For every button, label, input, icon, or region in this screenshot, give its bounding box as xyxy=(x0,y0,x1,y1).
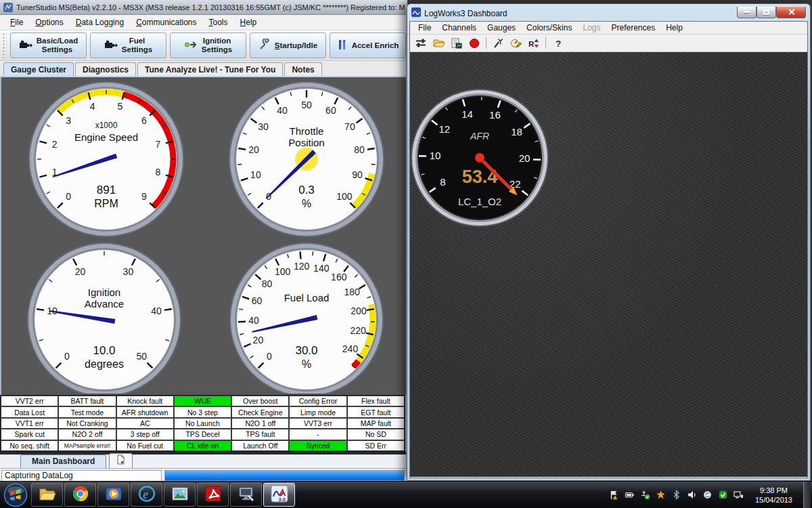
svg-text:3: 3 xyxy=(66,115,71,126)
fuel-icon xyxy=(104,39,118,51)
svg-text:Engine Speed: Engine Speed xyxy=(74,131,138,143)
system-tool-icon xyxy=(237,484,256,506)
indicator-flex-fault: Flex fault xyxy=(347,396,405,406)
close-button[interactable] xyxy=(776,7,806,18)
tunerstudio-toolbar: Basic/LoadSettingsFuelSettingsIgnitionSe… xyxy=(0,30,406,61)
tunerstudio-titlebar[interactable]: TunerStudio MS(Beta) v2.2.10 - MS3X (MS3… xyxy=(0,0,406,15)
menu-gauges[interactable]: Gauges xyxy=(482,22,521,34)
update-icon[interactable] xyxy=(656,490,667,501)
volume-icon[interactable] xyxy=(687,490,698,501)
toolbar-button-ignition-settings[interactable]: IgnitionSettings xyxy=(170,33,246,58)
svg-text:R: R xyxy=(528,39,535,47)
gauge-cluster-canvas: 0123456789x1000Engine Speed891RPM0102030… xyxy=(1,77,406,394)
svg-text:x1000: x1000 xyxy=(95,121,118,130)
svg-text:%: % xyxy=(302,198,311,209)
taskbar-adobe-reader[interactable] xyxy=(197,483,229,507)
svg-text:0: 0 xyxy=(64,351,70,362)
minimize-button[interactable] xyxy=(737,7,757,18)
svg-text:40: 40 xyxy=(248,315,259,326)
network-display-icon[interactable] xyxy=(734,490,744,501)
taskbar-explorer[interactable] xyxy=(31,483,63,507)
gauge-edit-icon[interactable] xyxy=(508,36,524,50)
tab-tune-analyze-live-tune-for-you[interactable]: Tune Analyze Live! - Tune For You xyxy=(137,62,283,76)
menu-help[interactable]: Help xyxy=(660,22,688,34)
svg-text:20: 20 xyxy=(75,266,86,277)
dashboard-file-icon[interactable] xyxy=(449,36,464,50)
sync-icon[interactable] xyxy=(702,490,713,501)
start-button[interactable] xyxy=(3,482,28,508)
menu-preferences[interactable]: Preferences xyxy=(606,22,660,34)
record-icon[interactable] xyxy=(466,36,482,50)
bluetooth-icon[interactable] xyxy=(671,490,682,501)
toolbar-button-label: Basic/LoadSettings xyxy=(37,37,78,54)
svg-text:140: 140 xyxy=(313,263,330,274)
logworks-body: FileChannelsGaugesColors/SkinsLogsPrefer… xyxy=(409,21,808,478)
tunerstudio-window: TunerStudio MS(Beta) v2.2.10 - MS3X (MS3… xyxy=(0,0,407,481)
taskbar-media-player[interactable] xyxy=(97,483,129,507)
new-dashboard-tab[interactable] xyxy=(109,453,133,468)
reset-icon[interactable]: R xyxy=(526,36,541,50)
toolbar-button-basic-load-settings[interactable]: Basic/LoadSettings xyxy=(10,33,87,58)
svg-text:220: 220 xyxy=(350,325,366,336)
taskbar-logworks[interactable]: 3.0 xyxy=(263,483,295,507)
gauge-cluster-panel: 0123456789x1000Engine Speed891RPM0102030… xyxy=(0,76,406,395)
gauge-throttle-position: 0102030405060708090100ThrottlePosition0.… xyxy=(229,81,384,237)
gauge-fuel-load: 020406080100120140160180200220240Fuel Lo… xyxy=(229,242,384,394)
menu-file[interactable]: File xyxy=(413,22,436,34)
menu-options[interactable]: Options xyxy=(29,16,69,29)
logworks-window: LogWorks3 Dashboard FileChannelsGaugesCo… xyxy=(407,3,811,481)
tunerstudio-app-icon xyxy=(3,3,13,12)
maximize-icon xyxy=(763,9,769,15)
menu-colors-skins[interactable]: Colors/Skins xyxy=(521,22,577,34)
menu-help[interactable]: Help xyxy=(234,16,263,29)
open-folder-icon[interactable] xyxy=(431,36,447,50)
svg-text:LC_1_O2: LC_1_O2 xyxy=(458,196,501,207)
toolbar-button-startup-idle[interactable]: Startup/Idle xyxy=(250,33,326,58)
window-controls xyxy=(737,7,806,18)
indicator-grid: VVT2 errBATT faultKnock faultWUEOver boo… xyxy=(0,395,405,452)
taskbar-internet-explorer[interactable]: e xyxy=(131,483,162,507)
taskbar-photo-viewer[interactable] xyxy=(164,483,196,507)
menu-communications[interactable]: Communications xyxy=(130,16,202,29)
svg-text:5: 5 xyxy=(118,101,123,112)
gauge-engine-speed: 0123456789x1000Engine Speed891RPM xyxy=(28,81,184,237)
indicator-spark-cut: Spark cut xyxy=(1,429,58,440)
toolbar-button-label: IgnitionSettings xyxy=(202,37,232,54)
svg-text:0: 0 xyxy=(66,191,71,202)
antivirus-icon[interactable] xyxy=(718,490,729,501)
media-player-icon xyxy=(104,484,123,506)
show-desktop-button[interactable] xyxy=(803,482,811,508)
taskbar-clock[interactable]: 9:38 PM 15/04/2013 xyxy=(749,486,798,505)
menu-channels[interactable]: Channels xyxy=(436,22,482,34)
instruments-icon[interactable] xyxy=(491,36,506,50)
indicator-no-3-step: No 3 step xyxy=(174,406,231,417)
help-icon[interactable]: ? xyxy=(550,36,566,50)
afr-gauge-canvas: 810121416182022AFR53.4LC_1_O2 xyxy=(410,52,807,477)
indicator-tps-fault: TPS fault xyxy=(231,429,289,440)
indicator-synced: Synced xyxy=(289,440,346,451)
toolbar-button-fuel-settings[interactable]: FuelSettings xyxy=(90,33,166,58)
tray-icons xyxy=(609,490,744,501)
action-center-icon[interactable] xyxy=(609,490,620,501)
logworks-titlebar[interactable]: LogWorks3 Dashboard xyxy=(409,6,808,21)
svg-text:891: 891 xyxy=(97,184,116,196)
svg-text:7: 7 xyxy=(155,139,160,150)
tunerstudio-window-title: TunerStudio MS(Beta) v2.2.10 - MS3X (MS3… xyxy=(16,3,405,12)
battery-icon[interactable] xyxy=(625,490,635,501)
svg-text:240: 240 xyxy=(342,343,359,354)
usb-eject-icon[interactable] xyxy=(640,490,651,501)
channels-icon[interactable] xyxy=(413,36,429,50)
indicator-test-mode: Test mode xyxy=(58,406,116,417)
toolbar-button-accel-enrich[interactable]: Accel Enrich xyxy=(330,33,406,58)
menu-file[interactable]: File xyxy=(4,16,29,29)
menu-data-logging[interactable]: Data Logging xyxy=(70,16,130,29)
tab-notes[interactable]: Notes xyxy=(284,62,321,76)
tab-gauge-cluster[interactable]: Gauge Cluster xyxy=(3,62,74,76)
taskbar-chrome[interactable] xyxy=(64,483,96,507)
menu-tools[interactable]: Tools xyxy=(203,16,234,29)
tab-diagnostics[interactable]: Diagnostics xyxy=(75,62,136,76)
maximize-button[interactable] xyxy=(757,7,776,18)
indicator-wue: WUE xyxy=(174,396,231,406)
tab-main-dashboard[interactable]: Main Dashboard xyxy=(20,454,106,468)
taskbar-system-tool[interactable] xyxy=(230,483,262,507)
